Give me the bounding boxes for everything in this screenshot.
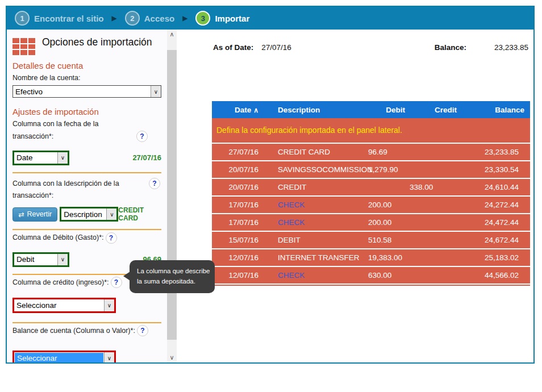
wizard-body: Opciones de importación Detalles de cuen… (7, 30, 533, 362)
cell-balance: 25,183.02 (464, 253, 530, 262)
description-column-label: Columna con la Idescripción de la transa… (12, 178, 161, 202)
cell-description[interactable]: CHECK (263, 218, 368, 227)
cell-description: SAVINGSSOCOMMISSION (263, 165, 368, 174)
step-label: Acceso (144, 14, 174, 23)
cell-debit: 510.58 (368, 236, 410, 244)
column-header-balance[interactable]: Balance (464, 106, 530, 114)
table-row: 15/07/16DEBIT510.5824,672.44 (212, 231, 530, 248)
sidebar-title: Opciones de importación (42, 36, 152, 49)
date-column-row: Date ∨ 27/07/16 (12, 151, 161, 165)
chevron-down-icon: ∨ (151, 86, 161, 97)
section-divider (12, 322, 161, 323)
help-icon[interactable]: ? (106, 232, 117, 244)
credit-column-tooltip: La columna que describe la suma deposita… (130, 260, 215, 293)
step-arrow-icon: ▶ (182, 14, 187, 22)
cell-balance: 24,472.44 (464, 218, 530, 227)
sidebar-title-row: Opciones de importación (7, 30, 167, 56)
cell-date: 17/07/16 (212, 201, 263, 209)
cell-description: DEBIT (263, 236, 368, 244)
wizard-steps-bar: 1Encontrar el sitio▶2Acceso▶3Importar (7, 7, 533, 30)
cell-date: 20/07/16 (212, 165, 263, 174)
revert-button[interactable]: ⇄ Revertir (12, 207, 57, 222)
cell-balance: 23,233.85 (464, 148, 530, 156)
table-row: 12/07/16CHECK630.0044,566.02 (212, 266, 530, 283)
cell-balance: 23,330.54 (464, 165, 530, 174)
table-header-row: Date∧DescriptionDebitCreditBalance (212, 101, 530, 118)
transactions-panel: As of Date: 27/07/16 Balance: 23,233.85 … (177, 30, 533, 362)
cell-balance: 24,610.44 (464, 183, 530, 191)
help-icon[interactable]: ? (111, 277, 122, 288)
table-row: 20/07/16SAVINGSSOCOMMISSION1,279.9023,33… (212, 160, 530, 178)
scroll-down-icon[interactable]: ∨ (167, 354, 177, 361)
step-3[interactable]: 3Importar (195, 11, 249, 26)
cell-debit: 19,383.00 (368, 253, 410, 262)
cell-description: INTERNET TRANSFER (263, 253, 368, 262)
table-body: 27/07/16CREDIT CARD96.6923,233.8520/07/1… (212, 143, 530, 283)
tooltip-tail-icon (123, 272, 130, 281)
cell-balance: 24,672.44 (464, 236, 530, 244)
description-column-row: ⇄ Revertir Description ∨ CREDIT CARD (12, 206, 161, 222)
date-column-select[interactable]: Date ∨ (12, 151, 69, 165)
balance-value: 23,233.85 (469, 43, 528, 52)
cell-debit: 200.00 (368, 201, 410, 209)
section-divider (12, 172, 161, 173)
import-options-sidebar: Opciones de importación Detalles de cuen… (7, 30, 167, 362)
cell-description: CREDIT CARD (263, 148, 368, 156)
date-column-label: Columna con la fecha de la transacción*:… (12, 118, 161, 143)
help-icon[interactable]: ? (136, 131, 148, 142)
cell-debit: 1,279.90 (368, 165, 410, 174)
cell-balance: 24,272.44 (464, 201, 530, 209)
account-name-label: Nombre de la cuenta: (12, 72, 161, 84)
column-header-credit[interactable]: Credit (410, 106, 464, 114)
help-icon[interactable]: ? (137, 325, 148, 336)
chevron-down-icon: ∨ (106, 208, 116, 220)
cell-credit: 338.00 (410, 183, 464, 191)
table-grid-icon (12, 38, 35, 55)
as-of-date-value: 27/07/16 (261, 43, 291, 52)
chevron-down-icon: ∨ (104, 299, 114, 311)
help-icon[interactable]: ? (149, 178, 160, 189)
import-wizard-window: 1Encontrar el sitio▶2Acceso▶3Importar Op… (6, 6, 535, 364)
cell-date: 20/07/16 (212, 183, 263, 191)
scroll-up-icon[interactable]: ∧ (167, 31, 177, 38)
table-row: 12/07/16INTERNET TRANSFER19,383.0025,183… (212, 248, 530, 266)
credit-column-select[interactable]: Seleccionar ∨ (12, 298, 116, 313)
cell-description[interactable]: CHECK (263, 271, 368, 280)
column-header-date[interactable]: Date∧ (212, 106, 263, 114)
import-wizard-page: 1Encontrar el sitio▶2Acceso▶3Importar Op… (0, 0, 542, 392)
cell-date: 12/07/16 (212, 271, 263, 280)
account-name-select[interactable]: Efectivo ∨ (12, 85, 161, 98)
chevron-down-icon: ∨ (57, 152, 68, 164)
step-2[interactable]: 2Acceso (125, 11, 174, 26)
debit-column-label: Columna de Débito (Gasto)*:? (12, 232, 161, 244)
sort-asc-icon: ∧ (253, 106, 259, 114)
sidebar-scrollbar[interactable]: ∧ ∨ (167, 30, 177, 362)
balance-column-select[interactable]: Seleccionar ∨ (12, 351, 116, 362)
balance-column-label: Balance de cuenta (Columna o Valor)*:? (12, 325, 161, 337)
table-row: 17/07/16CHECK200.0024,472.44 (212, 213, 530, 231)
cell-debit: 96.69 (368, 148, 410, 156)
description-column-select[interactable]: Description ∨ (60, 207, 118, 222)
import-settings-heading: Ajustes de importación (12, 107, 161, 116)
step-circle: 1 (15, 11, 30, 26)
cell-date: 17/07/16 (212, 218, 263, 227)
chevron-down-icon: ∨ (57, 254, 68, 265)
cell-description[interactable]: CHECK (263, 201, 368, 209)
column-header-debit[interactable]: Debit (368, 106, 410, 114)
date-preview-value: 27/07/16 (132, 153, 161, 162)
column-header-description[interactable]: Description (263, 106, 368, 114)
cell-date: 15/07/16 (212, 236, 263, 244)
cell-debit: 200.00 (368, 218, 410, 227)
debit-column-select[interactable]: Debit ∨ (12, 252, 69, 267)
table-message: Defina la configuración importada en el … (212, 118, 530, 143)
chevron-down-icon: ∨ (104, 352, 114, 362)
step-label: Encontrar el sitio (34, 14, 104, 23)
step-circle: 3 (195, 11, 210, 26)
transactions-table: Date∧DescriptionDebitCreditBalance Defin… (212, 101, 530, 286)
table-row: 20/07/16CREDIT338.0024,610.44 (212, 178, 530, 195)
balance-label: Balance: (435, 43, 466, 52)
step-1[interactable]: 1Encontrar el sitio (15, 11, 104, 26)
table-row: 17/07/16CHECK200.0024,272.44 (212, 195, 530, 213)
scrollbar-thumb[interactable] (167, 50, 177, 340)
as-of-date-label: As of Date: (213, 43, 253, 52)
